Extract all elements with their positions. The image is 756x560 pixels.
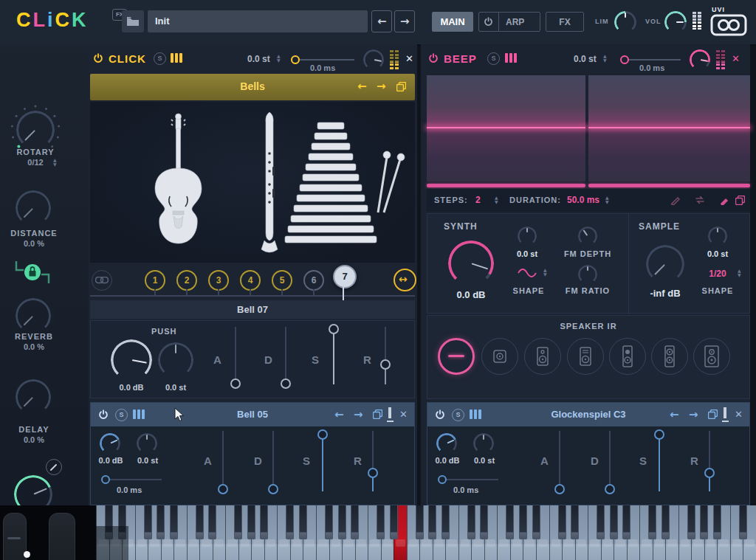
push-env-a-slider[interactable] <box>235 327 236 384</box>
speaker-ir-2[interactable] <box>524 338 561 375</box>
piano-black-key[interactable] <box>622 505 630 539</box>
duration-stepper[interactable] <box>605 196 609 204</box>
piano-black-key[interactable] <box>377 505 385 539</box>
piano-black-key[interactable] <box>338 505 346 539</box>
sidechain-lock[interactable] <box>13 257 55 291</box>
beep-predelay-slider[interactable] <box>622 59 681 61</box>
layer-close-button[interactable]: ✕ <box>399 409 408 420</box>
layer-copy-icon[interactable] <box>373 409 382 419</box>
piano-black-key[interactable] <box>739 505 747 539</box>
layer-pitch-knob[interactable] <box>137 433 157 454</box>
click-close-button[interactable]: ✕ <box>405 53 413 64</box>
tab-arp[interactable]: ARP <box>506 17 524 27</box>
push-env-s-slider[interactable] <box>333 327 334 384</box>
draw-icon[interactable] <box>670 195 681 205</box>
piano-black-key[interactable] <box>648 505 656 539</box>
delay-knob[interactable] <box>16 379 51 415</box>
layer-prev-icon[interactable]: ← <box>670 408 679 421</box>
layer-prev-icon[interactable]: ← <box>334 408 344 421</box>
preset-field[interactable]: Init <box>148 10 368 32</box>
piano-black-key[interactable] <box>571 505 579 539</box>
click-solo-button[interactable]: S <box>154 52 166 65</box>
piano-black-key[interactable] <box>713 505 721 539</box>
arp-power-icon[interactable] <box>484 17 493 27</box>
piano-black-key[interactable] <box>519 505 527 539</box>
rotary-value[interactable]: 0/12 <box>0 158 71 167</box>
layer-env-d-slider[interactable] <box>272 431 274 491</box>
duration-value[interactable]: 50.0 ms <box>567 195 599 205</box>
variation-2[interactable]: 2 <box>176 270 197 291</box>
steps-copy-icon[interactable] <box>735 196 745 205</box>
sine-shape-icon[interactable] <box>518 268 537 278</box>
click-power-icon[interactable] <box>93 53 103 63</box>
variation-3[interactable]: 3 <box>208 270 229 291</box>
category-next-icon[interactable]: → <box>377 80 386 93</box>
piano-black-key[interactable] <box>687 505 695 539</box>
click-keyboard-icon[interactable] <box>171 53 184 63</box>
layer-env-a-slider[interactable] <box>222 431 224 491</box>
variation-6[interactable]: 6 <box>303 270 324 291</box>
shape-stepper[interactable] <box>543 268 547 277</box>
click-width-knob[interactable] <box>363 49 384 70</box>
step-cell-1[interactable] <box>427 75 585 182</box>
speaker-ir-off[interactable] <box>438 338 475 375</box>
beep-step-display[interactable] <box>427 75 750 187</box>
variation-4[interactable]: 4 <box>240 270 261 291</box>
beep-power-icon[interactable] <box>428 53 439 63</box>
piano-keys[interactable] <box>96 505 756 560</box>
variation-7-selected[interactable]: 7 <box>333 265 357 288</box>
piano-black-key[interactable] <box>610 505 618 539</box>
rotary-stepper[interactable] <box>53 158 57 167</box>
piano-black-key[interactable] <box>441 505 450 539</box>
piano-black-key[interactable] <box>428 505 436 539</box>
piano-black-key[interactable] <box>170 505 178 539</box>
piano-black-key[interactable] <box>157 505 165 539</box>
piano-black-key[interactable] <box>416 505 424 539</box>
preset-prev-button[interactable]: ← <box>371 10 392 32</box>
variation-link-button[interactable] <box>92 270 112 291</box>
layer-close-button[interactable]: ✕ <box>735 409 743 420</box>
sample-gain-knob[interactable] <box>646 245 684 283</box>
layer-copy-icon[interactable] <box>708 409 718 419</box>
beep-keyboard-icon[interactable] <box>505 53 518 63</box>
piano-black-key[interactable] <box>144 505 152 539</box>
sample-pitch-knob[interactable] <box>708 227 727 246</box>
piano-black-key[interactable] <box>506 505 514 539</box>
push-pitch-knob[interactable] <box>158 342 193 378</box>
beep-close-button[interactable]: ✕ <box>732 53 740 64</box>
distance-value[interactable]: 0.0 % <box>0 239 68 248</box>
tab-main[interactable]: MAIN <box>432 12 473 32</box>
fm-ratio-knob[interactable] <box>578 265 597 284</box>
piano-black-key[interactable] <box>208 505 216 539</box>
reverb-knob[interactable] <box>16 298 51 333</box>
click-pitch-value[interactable]: 0.0 st <box>247 54 270 64</box>
layer-env-s-slider[interactable] <box>322 431 323 491</box>
tab-fx[interactable]: FX <box>546 12 584 32</box>
steps-stepper[interactable] <box>495 196 498 204</box>
piano-black-key[interactable] <box>532 505 540 539</box>
synth-pitch-knob[interactable] <box>518 227 537 246</box>
velocity-edit-button[interactable] <box>46 459 62 475</box>
beep-layer-header[interactable]: S Glockenspiel C3 ← → ✕ <box>427 403 749 426</box>
reverb-value[interactable]: 0.0 % <box>0 342 68 351</box>
piano-black-key[interactable] <box>351 505 359 539</box>
piano-black-key[interactable] <box>390 505 398 539</box>
erase-icon[interactable] <box>718 196 729 205</box>
layer-env-s-slider[interactable] <box>659 431 660 491</box>
layer-env-r-slider[interactable] <box>372 431 374 491</box>
piano-black-key[interactable] <box>196 505 204 539</box>
instrument-image[interactable] <box>90 102 415 263</box>
click-predelay-slider[interactable] <box>292 59 354 61</box>
piano-black-key[interactable] <box>558 505 566 539</box>
category-browse-icon[interactable] <box>396 82 406 91</box>
speaker-ir-4[interactable] <box>609 338 646 375</box>
preset-next-button[interactable]: → <box>394 10 415 32</box>
piano-black-key[interactable] <box>325 505 333 539</box>
variation-spread-button[interactable]: ↔ <box>394 269 416 291</box>
loop-icon[interactable] <box>694 195 706 205</box>
piano-black-key[interactable] <box>286 505 294 539</box>
layer-gain-knob[interactable] <box>100 433 120 454</box>
piano-black-key[interactable] <box>662 505 670 539</box>
beep-solo-button[interactable]: S <box>487 52 500 65</box>
piano-black-key[interactable] <box>234 505 242 539</box>
